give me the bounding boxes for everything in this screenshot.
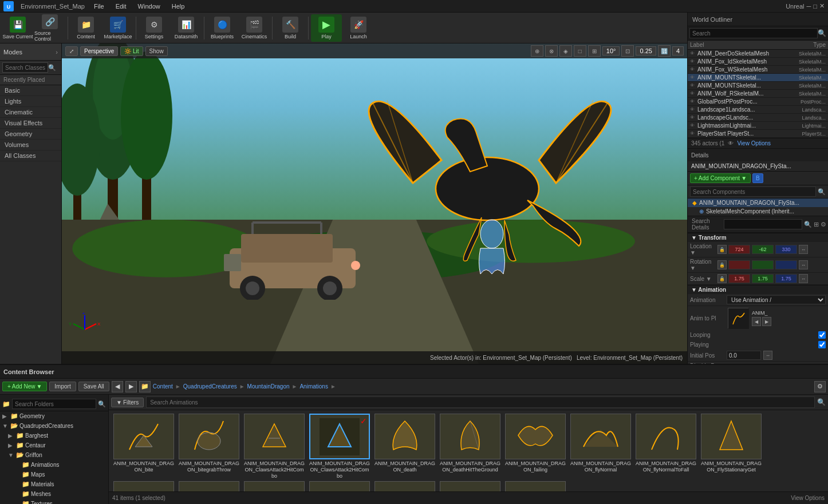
content-button[interactable]: 📁 Content [70,14,101,42]
asset-item-16[interactable]: ANIM_MOUNTAIN_DRAGON_glide [504,481,567,491]
breadcrumb-mountaindragon[interactable]: MountainDragon [247,383,290,390]
playing-checkbox[interactable] [818,341,826,348]
import-button[interactable]: Import [49,382,76,391]
component-search-input[interactable] [690,186,816,197]
asset-item-15[interactable]: ANIM_MOUNTAIN_DRAGON_getHitRight [439,481,502,491]
anim-next-btn[interactable]: ▶ [762,317,771,326]
scale-x-input[interactable] [728,274,750,283]
component-item-skeletal[interactable]: ⊕ SkeletalMeshComponent (Inherit... [688,207,828,216]
panel-item-all-classes[interactable]: All Classes [0,150,61,161]
filters-button[interactable]: ▼ Filters [111,398,144,407]
tree-quadruped[interactable]: ▼ 📂 QuadrupedCreatures [0,421,108,431]
nav-back-btn[interactable]: ◀ [112,381,123,392]
asset-item-14[interactable]: ANIM_MOUNTAIN_DRAGON_getHitLeft [373,481,436,491]
outliner-item-3[interactable]: 👁 ANIM_MOUNTSkeletal... SkeletalM... [688,74,828,82]
play-button[interactable]: ▶ Play [311,14,342,42]
outliner-item-6[interactable]: 👁 GlobalPostPPostProc... PostProc... [688,98,828,106]
menu-window[interactable]: Window [136,2,163,11]
cinematics-button[interactable]: 🎬 Cinematics [239,14,270,42]
maximize-btn[interactable]: □ [813,3,817,10]
asset-item-9[interactable]: ANIM_MOUNTAIN_DRAGON_FlyStationaryGet [700,414,763,479]
rotation-expand-btn[interactable]: ↔ [799,260,808,269]
menu-help[interactable]: Help [169,2,187,11]
asset-item-8[interactable]: ANIM_MOUNTAIN_DRAGON_flyNormalToFall [634,414,697,479]
outliner-item-0[interactable]: 👁 ANIM_DeerDoSkeletalMesh SkeletalM... [688,50,828,58]
minimize-btn[interactable]: ─ [807,3,811,10]
asset-item-7[interactable]: ANIM_MOUNTAIN_DRAGON_flyNormal [569,414,632,479]
add-component-button[interactable]: + Add Component ▼ [690,173,751,183]
scale-lock-btn[interactable]: 🔒 [717,274,727,283]
breadcrumb-animations[interactable]: Animations [299,383,328,390]
asset-item-11[interactable]: ANIM_MOUNTAIN_DRAGON_FlyStationarySpeedE… [178,481,240,491]
tree-griffon-maps[interactable]: 📁 Maps [11,470,108,479]
asset-item-10[interactable]: ANIM_MOUNTAIN_DRAGON_FlyStationaryFireBa… [112,481,175,491]
view-options-link[interactable]: View Options [737,140,771,146]
outliner-search-input[interactable] [689,28,818,38]
outliner-item-5[interactable]: 👁 ANIM_Wolf_RSkeletalM... SkeletalM... [688,90,828,98]
rotation-y-input[interactable] [752,260,774,269]
asset-item-6[interactable]: ANIM_MOUNTAIN_DRAGON_failing [504,414,567,479]
menu-file[interactable]: File [92,2,107,11]
close-btn[interactable]: ✕ [819,2,825,10]
asset-item-4[interactable]: ANIM_MOUNTAIN_DRAGON_death [373,414,436,479]
looping-checkbox[interactable] [818,331,826,339]
tree-barghest[interactable]: ▶ 📁 Barghest [6,431,108,440]
panel-item-basic[interactable]: Basic [0,85,61,96]
asset-item-0[interactable]: ANIM_MOUNTAIN_DRAGON_bite [112,414,175,479]
asset-item-1[interactable]: ANIM_MOUNTAIN_DRAGON_bitegrabThrow [178,414,240,479]
tree-griffon-mats[interactable]: 📁 Materials [11,479,108,489]
outliner-item-1[interactable]: 👁 ANIM_Fox_IdSkeletalMesh SkeletalM... [688,58,828,66]
classes-search-input[interactable] [2,62,48,73]
location-y-input[interactable] [752,245,774,254]
cb-view-options[interactable]: View Options [791,495,825,501]
search-details-settings-icon[interactable]: ⚙ [821,221,826,228]
rotation-x-input[interactable] [728,260,750,269]
rotation-lock-btn[interactable]: 🔒 [717,260,727,269]
outliner-item-4[interactable]: 👁 ANIM_MOUNTSkeletal... SkeletalM... [688,82,828,90]
tree-search-input[interactable] [12,399,96,409]
blueprints-button[interactable]: 🔵 Blueprints [207,14,238,42]
outliner-item-7[interactable]: 👁 Landscape1Landsca... Landsca... [688,106,828,114]
vp-icon-2[interactable]: ⊗ [545,45,558,57]
datasmith-button[interactable]: 📊 Datasmith [171,14,202,42]
marketplace-button[interactable]: 🛒 Marketplace [102,14,133,42]
tree-centaur[interactable]: ▶ 📁 Centaur [6,440,108,450]
add-new-button[interactable]: + Add New ▼ [2,382,47,391]
location-expand-btn[interactable]: ↔ [799,245,808,254]
location-z-input[interactable] [775,245,797,254]
settings-button[interactable]: ⚙ Settings [139,14,169,42]
outliner-item-2[interactable]: 👁 ANIM_Fox_WSkeletalMesh SkeletalM... [688,66,828,74]
source-control-button[interactable]: 🔗 Source Control [34,14,65,42]
rotation-z-input[interactable] [775,260,797,269]
scale-y-input[interactable] [752,274,774,283]
save-all-button[interactable]: Save All [78,382,109,391]
tree-griffon-textures[interactable]: 📁 Textures [11,499,108,504]
asset-item-5[interactable]: ANIM_MOUNTAIN_DRAGON_deathHitTheGround [439,414,502,479]
panel-item-geometry[interactable]: Geometry [0,129,61,140]
asset-item-3[interactable]: ✓ ANIM_MOUNTAIN_DRAGON_ClawsAttack2HitCo… [308,414,371,479]
vp-icon-6[interactable]: ⊡ [621,45,634,57]
asset-item-2[interactable]: ANIM_MOUNTAIN_DRAGON_ClawsAttack2HitComb… [243,414,306,479]
asset-item-13[interactable]: ANIM_MOUNTAIN_DRAGON_getHitFront [308,481,371,491]
breadcrumb-quadruped[interactable]: QuadrupedCreatures [183,383,237,390]
panel-item-volumes[interactable]: Volumes [0,140,61,150]
search-details-input[interactable] [724,219,802,229]
launch-button[interactable]: 🚀 Launch [343,14,374,42]
perspective-btn[interactable]: Perspective [80,46,118,56]
asset-item-12[interactable]: ANIM_MOUNTAIN_DRAGON_FlyStationaryTel_en… [243,481,306,491]
modes-arrow[interactable]: › [56,49,58,55]
vp-icon-4[interactable]: □ [574,45,586,57]
b-button[interactable]: B [752,173,763,183]
menu-edit[interactable]: Edit [113,2,129,11]
viewport-maximize-btn[interactable]: ⤢ [65,46,78,56]
tree-griffon[interactable]: ▼ 📂 Griffon [6,450,108,460]
tree-griffon-meshes[interactable]: 📁 Meshes [11,489,108,499]
outliner-item-10[interactable]: 👁 PlayerStart PlayerSt... PlayerSt... [688,130,828,138]
scale-expand-btn[interactable]: ↔ [799,274,808,283]
vp-icon-7[interactable]: 🔢 [658,45,671,57]
search-details-grid-icon[interactable]: ⊞ [814,221,819,228]
vp-icon-1[interactable]: ⊕ [531,45,543,57]
location-x-input[interactable] [728,245,750,254]
save-current-button[interactable]: 💾 Save Current [2,14,33,42]
vp-icon-5[interactable]: ⊞ [588,45,601,57]
